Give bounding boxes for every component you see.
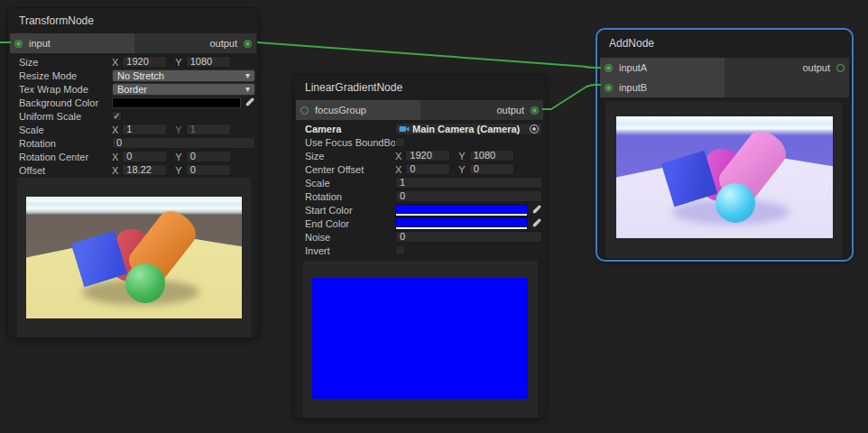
linear-gradient-node-title: LinearGradientNode	[294, 75, 545, 100]
linear-gradient-node[interactable]: LinearGradientNode focusGroup output Cam…	[293, 74, 546, 419]
center-offset-row: Center Offset X 0 Y 0	[294, 162, 545, 176]
start-color-row: Start Color	[294, 203, 545, 216]
rotation-field[interactable]: 0	[395, 190, 542, 202]
x-axis-label: X	[112, 57, 118, 68]
center-offset-x-field[interactable]: 0	[405, 163, 450, 175]
uniform-scale-label: Uniform Scale	[19, 111, 112, 122]
scale-y-field: 1	[186, 124, 231, 135]
camera-label: Camera	[305, 124, 395, 134]
end-color-main	[396, 218, 527, 226]
x-axis-label: X	[112, 152, 118, 162]
size-x-field[interactable]: 1920	[122, 56, 167, 68]
add-output-port-row[interactable]: output	[725, 58, 849, 78]
size-y-field[interactable]: 1080	[186, 56, 231, 68]
y-axis-label: Y	[458, 151, 465, 161]
add-node-preview	[605, 102, 842, 258]
input-a-port-icon[interactable]	[605, 64, 613, 72]
background-color-swatch[interactable]	[112, 97, 241, 108]
rotation-label: Rotation	[19, 138, 112, 149]
size-row: Size X 1920 Y 1080	[294, 149, 545, 162]
output-port-icon[interactable]	[531, 106, 539, 115]
rotation-center-row: Rotation Center X 0 Y 0	[8, 150, 258, 163]
noise-field[interactable]: 0	[395, 231, 542, 243]
add-node-title: AddNode	[598, 31, 851, 56]
invert-checkbox[interactable]	[395, 245, 405, 255]
chevron-down-icon: ▾	[245, 85, 250, 94]
rotation-center-x-field[interactable]: 0	[122, 151, 167, 162]
linear-gradient-preview	[303, 261, 538, 418]
output-port-icon[interactable]	[836, 64, 845, 72]
linear-gradient-output-port-row[interactable]: output	[420, 100, 543, 120]
scale-field[interactable]: 1	[395, 177, 542, 189]
use-focus-boundbox-row: Use Focus BoundBox	[294, 135, 545, 149]
camera-object-value: Main Camera (Camera)	[412, 124, 530, 134]
focus-group-port-icon[interactable]	[300, 106, 309, 115]
invert-row: Invert	[294, 244, 545, 257]
rotation-field[interactable]: 0	[112, 137, 255, 149]
input-a-port-row[interactable]: inputA	[600, 58, 725, 78]
input-port-icon[interactable]	[14, 40, 23, 48]
uniform-scale-checkbox[interactable]: ✓	[112, 111, 122, 121]
eyedropper-icon[interactable]	[531, 205, 542, 215]
noise-label: Noise	[305, 232, 395, 243]
add-node[interactable]: AddNode inputA inputB output	[597, 30, 852, 260]
tex-wrap-mode-label: Tex Wrap Mode	[19, 84, 112, 95]
size-row: Size X 1920 Y 1080	[8, 55, 258, 69]
input-port-label: input	[29, 38, 51, 49]
size-x-field[interactable]: 1920	[405, 150, 450, 161]
noise-row: Noise 0	[294, 230, 545, 244]
input-b-port-icon[interactable]	[605, 84, 613, 92]
linear-gradient-properties: Camera Main Camera (Camera) Use Focus Bo…	[294, 122, 545, 257]
output-port-label: output	[802, 62, 830, 73]
rotation-center-y-field[interactable]: 0	[186, 151, 231, 162]
edge-gradient-output-to-add-input-b[interactable]	[542, 85, 601, 109]
x-axis-label: X	[395, 151, 402, 161]
start-color-swatch[interactable]	[395, 204, 528, 216]
eyedropper-icon[interactable]	[244, 97, 255, 107]
camera-row: Camera Main Camera (Camera)	[294, 122, 545, 135]
green-sphere-shape	[125, 263, 165, 303]
resize-mode-value: No Stretch	[117, 70, 164, 81]
input-b-port-row[interactable]: inputB	[600, 78, 725, 97]
add-node-output-column: output	[725, 58, 849, 97]
uniform-scale-row: Uniform Scale ✓	[8, 109, 258, 123]
offset-label: Offset	[19, 165, 112, 176]
center-offset-y-field[interactable]: 0	[469, 163, 514, 175]
transform-output-port-row[interactable]: output	[134, 33, 256, 53]
scale-x-field[interactable]: 1	[122, 124, 167, 135]
camera-icon	[399, 124, 410, 134]
start-color-label: Start Color	[305, 205, 395, 216]
use-focus-boundbox-checkbox[interactable]	[395, 137, 405, 147]
object-picker-icon[interactable]	[530, 124, 539, 134]
resize-mode-dropdown[interactable]: No Stretch ▾	[112, 69, 255, 82]
focus-group-port-label: focusGroup	[315, 105, 366, 115]
offset-x-field[interactable]: 18.22	[122, 164, 167, 176]
offset-row: Offset X 18.22 Y 0	[8, 163, 258, 177]
scale-row: Scale X 1 Y 1	[8, 123, 258, 136]
edge-transform-output-to-add-input-a[interactable]	[257, 42, 601, 68]
size-y-field[interactable]: 1080	[469, 150, 514, 161]
cyan-sphere-shape	[716, 183, 755, 223]
invert-label: Invert	[305, 245, 395, 256]
node-graph-canvas[interactable]: TransformNode input output Size X 1920 Y…	[0, 0, 868, 433]
scale-row: Scale 1	[294, 176, 545, 189]
end-color-swatch[interactable]	[395, 217, 528, 230]
transform-preview-image	[26, 197, 242, 318]
resize-mode-row: Resize Mode No Stretch ▾	[8, 69, 258, 82]
output-port-icon[interactable]	[244, 40, 252, 48]
eyedropper-icon[interactable]	[531, 218, 542, 228]
rotation-row: Rotation 0	[8, 136, 258, 150]
camera-object-field[interactable]: Main Camera (Camera)	[395, 123, 542, 135]
transform-input-port-row[interactable]: input	[10, 33, 134, 53]
x-axis-label: X	[112, 165, 118, 176]
chevron-down-icon: ▾	[245, 71, 250, 80]
output-port-label: output	[496, 105, 524, 115]
start-color-alpha-bar	[396, 213, 527, 216]
focus-group-port-row[interactable]: focusGroup	[296, 100, 420, 120]
tex-wrap-mode-row: Tex Wrap Mode Border ▾	[8, 82, 258, 96]
transform-node[interactable]: TransformNode input output Size X 1920 Y…	[7, 7, 259, 338]
size-label: Size	[19, 57, 112, 68]
offset-y-field[interactable]: 0	[186, 164, 231, 176]
tex-wrap-mode-dropdown[interactable]: Border ▾	[112, 83, 255, 96]
rotation-center-label: Rotation Center	[19, 152, 112, 162]
